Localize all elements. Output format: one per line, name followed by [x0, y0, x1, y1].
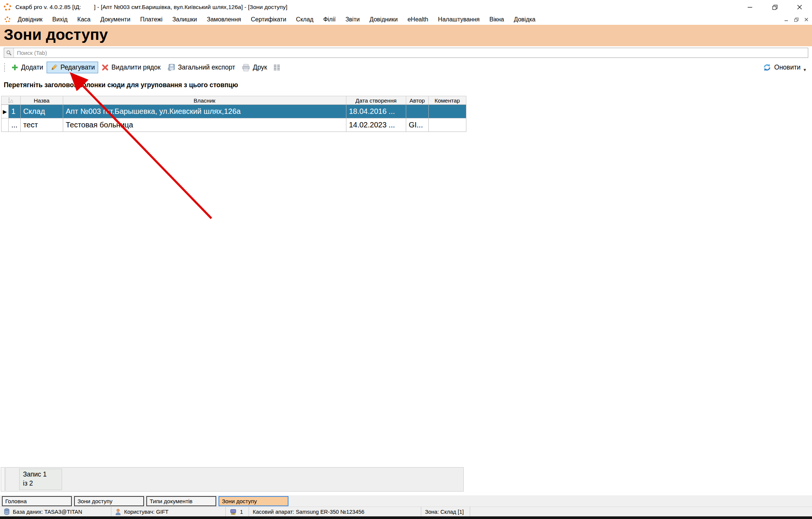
menu-bar: Довідник Вихід Каса Документи Платежі За…: [0, 14, 812, 25]
column-header-created[interactable]: Дата створення: [346, 96, 406, 105]
printer-icon: [242, 64, 250, 71]
print-button-label: Друк: [253, 64, 267, 71]
database-icon: [4, 508, 10, 515]
mdi-restore-icon[interactable]: [794, 18, 798, 22]
menu-platezhi[interactable]: Платежі: [135, 16, 168, 23]
grid-header-row: △ Назва Власник Дата створення Автор Ком…: [2, 96, 466, 105]
menu-zvity[interactable]: Звіти: [340, 16, 364, 23]
refresh-button[interactable]: Оновити ▾: [763, 62, 806, 73]
window-title: Скарб pro v. 4.0.2.85 [ІД: ] - [Апт №003…: [15, 4, 287, 11]
cell-num[interactable]: 1: [9, 105, 21, 118]
row-marker: [2, 118, 9, 132]
menu-zamovlennya[interactable]: Замовлення: [202, 16, 246, 23]
cell-name[interactable]: Склад: [20, 105, 63, 118]
cell-owner[interactable]: Тестовая больница: [63, 118, 346, 132]
print-button[interactable]: Друк: [238, 62, 270, 73]
register-count: 1: [240, 509, 243, 515]
mdi-child-icon: [5, 17, 11, 23]
cell-created[interactable]: 14.02.2023 ...: [346, 118, 406, 132]
menu-filii[interactable]: Філії: [318, 16, 340, 23]
record-counter-line2: із 2: [23, 479, 62, 488]
grid-footer-strip: [1, 467, 5, 492]
statusbar-register-count-section: 1: [226, 507, 249, 516]
menu-dovidka[interactable]: Довідка: [509, 16, 540, 23]
restore-button[interactable]: [762, 0, 787, 14]
delete-row-button[interactable]: Видалити рядок: [98, 62, 164, 73]
menu-sertyfikaty[interactable]: Сертифікати: [246, 16, 291, 23]
cell-name[interactable]: тест: [20, 118, 63, 132]
cell-author[interactable]: GI...: [406, 118, 428, 132]
menu-vikna[interactable]: Вікна: [484, 16, 509, 23]
refresh-button-label: Оновити: [774, 64, 801, 71]
search-input[interactable]: [14, 50, 808, 56]
cell-created[interactable]: 18.04.2016 ...: [346, 105, 406, 118]
header-grip-icon: [9, 98, 9, 103]
window-bottom-edge: [0, 516, 812, 519]
page-title-band: Зони доступу: [0, 25, 812, 46]
statusbar-user-section: Користувач: GIFT: [111, 507, 226, 516]
column-header-name[interactable]: Назва: [20, 96, 63, 105]
mdi-minimize-icon[interactable]: [785, 18, 788, 21]
menu-dovidnyk[interactable]: Довідник: [13, 16, 47, 23]
access-zones-grid: △ Назва Власник Дата створення Автор Ком…: [1, 96, 466, 132]
add-button-label: Додати: [21, 64, 43, 71]
column-header-owner[interactable]: Власник: [63, 96, 346, 105]
menu-vyhid[interactable]: Вихід: [47, 16, 73, 23]
chevron-down-icon[interactable]: ▾: [803, 67, 806, 73]
current-row-marker: ▶: [2, 105, 9, 118]
edit-button-label: Редагувати: [61, 64, 95, 71]
pencil-icon: [50, 64, 58, 71]
sort-triangle-icon[interactable]: △: [10, 98, 13, 103]
search-icon[interactable]: [4, 48, 14, 57]
export-button-label: Загальний експорт: [178, 64, 235, 71]
menu-dovidnyky[interactable]: Довідники: [364, 16, 402, 23]
statusbar-zone-section: Зона: Склад [1]: [421, 507, 470, 516]
plus-icon: [11, 64, 18, 71]
tab-holovna[interactable]: Головна: [2, 496, 72, 506]
export-button[interactable]: Загальний експорт: [164, 62, 238, 73]
user-icon: [115, 508, 121, 515]
toolbar-grip[interactable]: [4, 63, 5, 72]
mdi-close-icon[interactable]: [804, 18, 808, 21]
column-header-comment[interactable]: Коментар: [428, 96, 466, 105]
user-label: Користувач: GIFT: [124, 509, 168, 515]
cell-author[interactable]: [406, 105, 428, 118]
red-x-icon: [102, 64, 109, 71]
cash-register-icon: [229, 508, 237, 515]
table-row[interactable]: ... тест Тестовая больница 14.02.2023 ..…: [2, 118, 466, 132]
menu-kasa[interactable]: Каса: [73, 16, 96, 23]
cell-num[interactable]: ...: [9, 118, 21, 132]
statusbar-database-section: База даних: TASA3@TITAN: [0, 507, 111, 516]
app-logo-icon: [4, 3, 11, 11]
mdi-window-controls: [785, 14, 808, 25]
tab-typy-dokumentiv[interactable]: Типи документів: [146, 496, 216, 506]
page-title: Зони доступу: [4, 26, 812, 44]
cell-owner[interactable]: Апт №003 пгт.Барышевка, ул.Киевский шлях…: [63, 105, 346, 118]
open-windows-tabbar: Головна Зони доступу Типи документів Зон…: [0, 495, 812, 507]
record-counter: Запис 1 із 2: [19, 469, 62, 490]
table-row[interactable]: ▶ 1 Склад Апт №003 пгт.Барышевка, ул.Кие…: [2, 105, 466, 118]
tab-zony-dostupu-1[interactable]: Зони доступу: [74, 496, 144, 506]
zone-label: Зона: Склад [1]: [425, 509, 464, 515]
add-button[interactable]: Додати: [8, 62, 47, 73]
close-button[interactable]: [787, 0, 812, 14]
menu-nalashtuvannya[interactable]: Налаштування: [433, 16, 485, 23]
record-counter-line1: Запис 1: [23, 470, 62, 479]
menu-ehealth[interactable]: eHealth: [402, 16, 433, 23]
cell-comment[interactable]: [428, 105, 466, 118]
database-label: База даних: TASA3@TITAN: [13, 509, 82, 515]
cell-comment[interactable]: [428, 118, 466, 132]
tab-zony-dostupu-active[interactable]: Зони доступу: [219, 496, 288, 506]
edit-button[interactable]: Редагувати: [47, 62, 99, 73]
column-list-icon[interactable]: [273, 64, 281, 71]
menu-sklad[interactable]: Склад: [291, 16, 318, 23]
statusbar-cash-register-section: Касовий апарат: Samsung ER-350 №123456: [249, 507, 421, 516]
refresh-icon: [763, 63, 771, 72]
menu-dokumenty[interactable]: Документи: [96, 16, 135, 23]
window-controls: [738, 0, 812, 14]
column-header-author[interactable]: Автор: [406, 96, 428, 105]
menu-zalyshky[interactable]: Залишки: [167, 16, 202, 23]
status-bar: База даних: TASA3@TITAN Користувач: GIFT…: [0, 507, 812, 516]
toolbar: Додати Редагувати Видалити рядок: [0, 61, 812, 74]
minimize-button[interactable]: [738, 0, 762, 14]
